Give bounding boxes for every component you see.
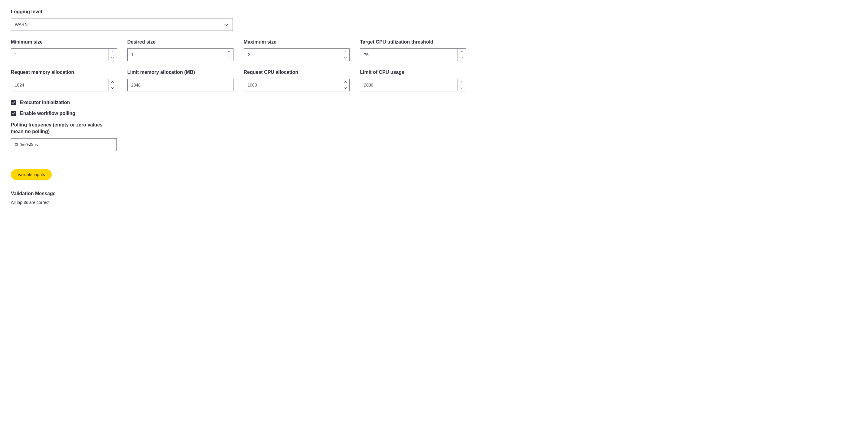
stepper-up-button[interactable] <box>341 79 349 85</box>
maximum-size-label: Maximum size <box>244 39 350 45</box>
desired-size-value: 1 <box>131 52 134 57</box>
stepper-down-button[interactable] <box>341 55 349 61</box>
request-cpu-label: Request CPU allocation <box>244 69 350 75</box>
desired-size-stepper[interactable]: 1 <box>127 49 234 61</box>
minimum-size-label: Minimum size <box>11 39 117 45</box>
desired-size-label: Desired size <box>127 39 234 45</box>
stepper-arrows <box>341 79 349 91</box>
stepper-down-button[interactable] <box>458 85 466 91</box>
workflow-polling-checkbox[interactable] <box>11 111 16 116</box>
chevron-down-icon <box>224 22 228 27</box>
polling-frequency-label: Polling frequency (empty or zero values … <box>11 122 114 134</box>
stepper-down-button[interactable] <box>225 55 233 61</box>
cpu-threshold-value: 75 <box>364 52 369 57</box>
limit-cpu-stepper[interactable]: 2000 <box>360 79 466 91</box>
limit-cpu-label: Limit of CPU usage <box>360 69 466 75</box>
check-icon <box>12 101 16 104</box>
request-memory-stepper[interactable]: 1024 <box>11 79 117 91</box>
executor-init-label: Executor initialization <box>20 100 70 105</box>
executor-init-checkbox[interactable] <box>11 100 16 105</box>
stepper-up-button[interactable] <box>225 49 233 55</box>
workflow-polling-label: Enable workflow polling <box>20 111 75 116</box>
stepper-down-button[interactable] <box>225 85 233 91</box>
stepper-up-button[interactable] <box>108 49 117 55</box>
stepper-down-button[interactable] <box>108 85 117 91</box>
request-memory-value: 1024 <box>15 83 24 87</box>
polling-frequency-value: 0h0m0s0ms <box>15 142 38 147</box>
stepper-arrows <box>457 79 466 91</box>
stepper-down-button[interactable] <box>458 55 466 61</box>
stepper-down-button[interactable] <box>108 55 117 61</box>
limit-memory-stepper[interactable]: 2048 <box>127 79 234 91</box>
stepper-up-button[interactable] <box>225 79 233 85</box>
check-icon <box>12 112 16 115</box>
stepper-up-button[interactable] <box>458 79 466 85</box>
stepper-arrows <box>108 49 117 61</box>
request-cpu-stepper[interactable]: 1000 <box>244 79 350 91</box>
stepper-arrows <box>341 49 349 61</box>
stepper-arrows <box>457 49 466 61</box>
stepper-up-button[interactable] <box>108 79 117 85</box>
stepper-arrows <box>108 79 117 91</box>
validation-message-heading: Validation Message <box>11 191 857 196</box>
cpu-threshold-label: Target CPU utilization threshold <box>360 39 466 45</box>
logging-level-select[interactable]: WARN <box>11 18 233 31</box>
stepper-down-button[interactable] <box>341 85 349 91</box>
stepper-arrows <box>225 79 233 91</box>
minimum-size-stepper[interactable]: 1 <box>11 49 117 61</box>
stepper-arrows <box>225 49 233 61</box>
stepper-up-button[interactable] <box>341 49 349 55</box>
polling-frequency-input[interactable]: 0h0m0s0ms <box>11 138 117 151</box>
maximum-size-stepper[interactable]: 2 <box>244 49 350 61</box>
limit-cpu-value: 2000 <box>364 83 373 87</box>
validate-inputs-button[interactable]: Validate inputs <box>11 169 52 180</box>
validation-message-text: All inputs are correct <box>11 200 857 205</box>
minimum-size-value: 1 <box>15 52 17 57</box>
limit-memory-label: Limit memory allocation (MB) <box>127 69 234 75</box>
maximum-size-value: 2 <box>248 52 250 57</box>
cpu-threshold-stepper[interactable]: 75 <box>360 49 466 61</box>
request-memory-label: Request memory allocation <box>11 69 117 75</box>
logging-level-label: Logging level <box>11 9 857 14</box>
logging-level-value: WARN <box>15 22 28 27</box>
limit-memory-value: 2048 <box>131 83 141 87</box>
stepper-up-button[interactable] <box>458 49 466 55</box>
request-cpu-value: 1000 <box>248 83 257 87</box>
